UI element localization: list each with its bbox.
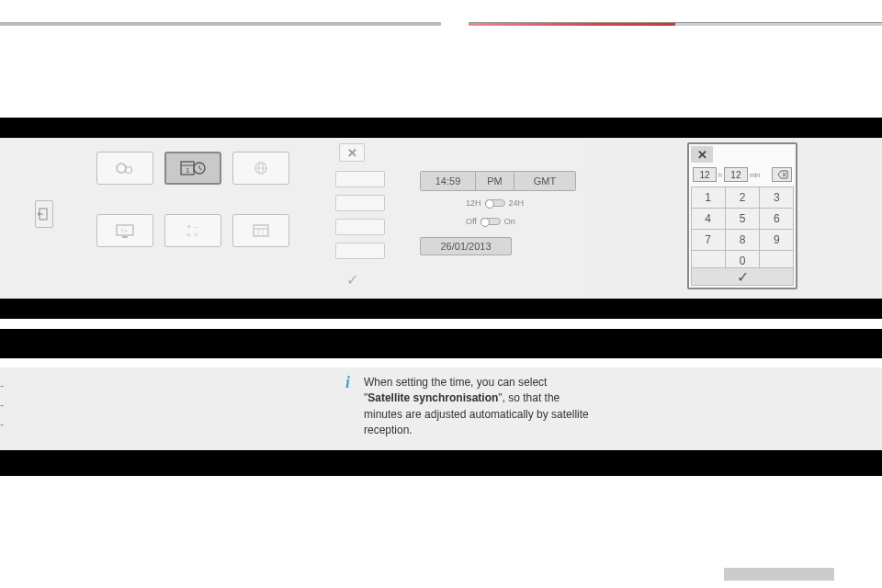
info-icon: i — [345, 373, 350, 392]
keypad-time-row: 12 h 12 min — [693, 166, 792, 183]
svg-rect-17 — [254, 225, 268, 236]
monitor-icon: f.x — [113, 222, 137, 239]
svg-rect-11 — [122, 236, 128, 238]
svg-point-2 — [126, 167, 132, 174]
display-tile[interactable]: f.x — [96, 214, 153, 247]
setting-row[interactable] — [335, 219, 385, 235]
time-display[interactable]: 14:59 PM GMT — [420, 171, 576, 191]
time-settings-screen: ✕ ✓ 14:59 PM GMT 12H 24H Off On 26/01/20… — [328, 138, 588, 299]
calendar-clock-icon: 1 — [179, 159, 207, 177]
backspace-icon — [775, 170, 788, 179]
key-8[interactable]: 8 — [725, 229, 760, 251]
config-menu-screen: 1 f.x +−×= — [0, 138, 329, 299]
cancel-button[interactable]: ✕ — [339, 143, 365, 162]
divider-band — [0, 118, 882, 138]
time-value: 14:59 — [421, 172, 476, 190]
page-accent-bar — [0, 22, 882, 26]
accent-right — [469, 22, 882, 26]
globe-icon — [249, 160, 273, 176]
key-3[interactable]: 3 — [759, 187, 794, 209]
keypad-hour[interactable]: 12 — [693, 167, 717, 182]
bullet-dashes: --- — [0, 377, 4, 434]
key-9[interactable]: 9 — [759, 229, 794, 251]
key-1[interactable]: 1 — [691, 187, 726, 209]
key-6[interactable]: 6 — [759, 208, 794, 230]
language-tile[interactable] — [232, 152, 289, 185]
divider-band — [0, 299, 882, 319]
time-format-toggle[interactable]: 12H 24H — [466, 198, 524, 208]
keypad-confirm-button[interactable]: ✓ — [691, 267, 794, 286]
close-icon: ✕ — [347, 146, 357, 160]
key-2[interactable]: 2 — [725, 187, 760, 209]
accent-left — [0, 22, 441, 26]
min-label: min — [750, 172, 760, 178]
exit-button[interactable] — [35, 200, 53, 228]
svg-point-1 — [117, 164, 126, 173]
footer-bar — [724, 568, 834, 581]
info-note-text: When setting the time, you can select "S… — [364, 375, 594, 439]
numeric-keypad: ✕ 12 h 12 min 1 2 3 4 5 6 7 8 9 0 ✓ — [687, 142, 797, 289]
divider-band — [0, 450, 882, 476]
calendar-tile[interactable] — [232, 214, 289, 247]
datetime-tile[interactable]: 1 — [164, 152, 221, 185]
svg-text:1: 1 — [186, 166, 190, 175]
divider-band — [0, 329, 882, 358]
math-icon: +−×= — [181, 222, 205, 239]
hour-label: h — [718, 172, 722, 178]
key-4[interactable]: 4 — [691, 208, 726, 230]
tz-value: GMT — [514, 172, 575, 190]
backspace-button[interactable] — [772, 167, 792, 182]
close-icon: ✕ — [697, 148, 707, 162]
format-12h-label: 12H — [466, 198, 481, 208]
keypad-grid: 1 2 3 4 5 6 7 8 9 0 — [691, 187, 794, 271]
check-icon: ✓ — [346, 271, 358, 288]
date-value: 26/01/2013 — [440, 241, 491, 252]
sync-toggle[interactable]: Off On — [466, 217, 515, 226]
svg-text:=: = — [194, 231, 198, 239]
ampm-value: PM — [476, 172, 514, 190]
sync-off-label: Off — [466, 217, 477, 226]
date-display[interactable]: 26/01/2013 — [420, 237, 512, 255]
gears-icon — [113, 160, 137, 176]
svg-text:−: − — [194, 224, 198, 231]
settings-tile[interactable] — [96, 152, 153, 185]
confirm-button[interactable]: ✓ — [339, 268, 365, 290]
info-note-section: --- i When setting the time, you can sel… — [0, 368, 882, 450]
check-icon: ✓ — [737, 268, 749, 286]
setting-row[interactable] — [335, 195, 385, 211]
svg-text:×: × — [187, 231, 191, 239]
setting-row[interactable] — [335, 171, 385, 187]
sync-on-label: On — [504, 217, 515, 226]
keypad-close-button[interactable]: ✕ — [691, 146, 713, 163]
keypad-min[interactable]: 12 — [724, 167, 748, 182]
setting-row[interactable] — [335, 243, 385, 259]
key-5[interactable]: 5 — [725, 208, 760, 230]
key-7[interactable]: 7 — [691, 229, 726, 251]
calendar-icon — [249, 222, 273, 239]
units-tile[interactable]: +−×= — [164, 214, 221, 247]
svg-text:f.x: f.x — [121, 228, 127, 233]
format-24h-label: 24H — [509, 198, 525, 208]
